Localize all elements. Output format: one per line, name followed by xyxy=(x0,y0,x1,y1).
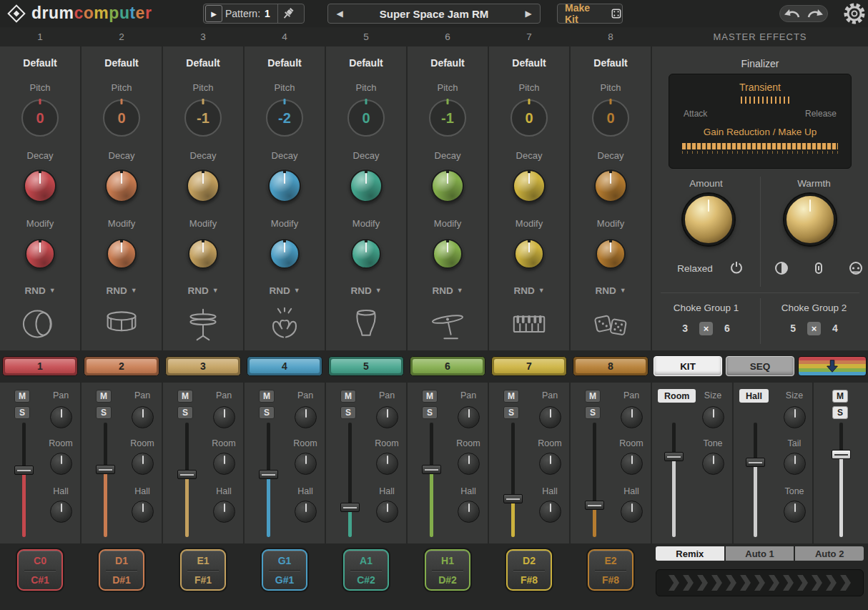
room-send-knob-6[interactable] xyxy=(539,453,561,475)
channel-6-randomize-button[interactable]: RND▼ xyxy=(489,285,569,296)
channel-1-decay-knob[interactable] xyxy=(105,169,138,202)
mute-button-7[interactable]: M xyxy=(585,390,601,403)
channel-6-pitch-control[interactable]: 0 xyxy=(511,99,548,137)
channel-6-decay-knob[interactable] xyxy=(513,169,546,202)
mute-button-2[interactable]: M xyxy=(177,390,193,403)
mute-button-6[interactable]: M xyxy=(503,390,519,403)
trigger-pad-3[interactable]: 4 xyxy=(247,356,322,376)
pan-knob-7[interactable] xyxy=(621,406,643,428)
pan-knob-0[interactable] xyxy=(50,406,72,428)
choke1-clear-button[interactable]: × xyxy=(699,322,713,335)
tube-mode-button[interactable] xyxy=(811,260,827,276)
hall-tone-knob[interactable] xyxy=(784,501,806,523)
hall-send-knob-0[interactable] xyxy=(50,501,72,523)
hall-send-knob-5[interactable] xyxy=(458,501,480,523)
channel-0-preset-name[interactable]: Default xyxy=(0,57,80,69)
pan-knob-4[interactable] xyxy=(376,406,398,428)
mute-button-1[interactable]: M xyxy=(96,390,112,403)
room-return-label[interactable]: Room xyxy=(658,389,696,403)
preset-prev-button[interactable]: ◀ xyxy=(328,9,351,19)
channel-3-decay-knob[interactable] xyxy=(268,169,301,202)
solo-button-7[interactable]: S xyxy=(585,406,601,419)
room-send-knob-1[interactable] xyxy=(132,453,154,475)
choke1-channel-b[interactable]: 6 xyxy=(724,323,730,334)
pan-knob-2[interactable] xyxy=(213,406,235,428)
channel-0-decay-knob[interactable] xyxy=(24,169,56,202)
channel-7-instrument-button[interactable] xyxy=(489,300,569,348)
channel-7-preset-name[interactable]: Default xyxy=(571,57,651,69)
channel-4-preset-name[interactable]: Default xyxy=(326,57,406,69)
mute-button-3[interactable]: M xyxy=(259,390,275,403)
channel-6-instrument-button[interactable] xyxy=(408,300,488,348)
channel-2-preset-name[interactable]: Default xyxy=(163,57,243,69)
room-tone-knob[interactable] xyxy=(702,453,724,475)
make-kit-button[interactable]: Make Kit xyxy=(557,4,623,24)
channel-6-preset-name[interactable]: Default xyxy=(489,57,569,69)
channel-5-modify-knob[interactable] xyxy=(433,239,463,269)
channel-1-modify-knob[interactable] xyxy=(107,239,137,269)
trigger-pad-7[interactable]: 8 xyxy=(573,356,648,376)
remix-pattern-bar[interactable] xyxy=(656,569,864,596)
room-send-knob-7[interactable] xyxy=(621,453,643,475)
room-send-knob-3[interactable] xyxy=(295,453,317,475)
pan-knob-1[interactable] xyxy=(132,406,154,428)
hall-send-knob-7[interactable] xyxy=(621,501,643,523)
volume-fader-handle-6[interactable] xyxy=(503,494,523,503)
room-send-knob-0[interactable] xyxy=(50,453,72,475)
pan-knob-3[interactable] xyxy=(295,406,317,428)
hall-send-knob-6[interactable] xyxy=(539,501,561,523)
warmth-knob[interactable] xyxy=(784,194,836,245)
choke2-channel-a[interactable]: 5 xyxy=(790,323,796,334)
note-pad-4[interactable]: A1 C#2 xyxy=(343,549,389,591)
trigger-pad-4[interactable]: 5 xyxy=(328,356,404,376)
solo-button-5[interactable]: S xyxy=(422,406,438,419)
remix-drop-button[interactable] xyxy=(798,356,867,376)
channel-7-decay-knob[interactable] xyxy=(594,169,627,202)
channel-1-preset-name[interactable]: Default xyxy=(82,57,162,69)
saturation-mode-button[interactable] xyxy=(774,260,789,276)
channel-4-instrument-button[interactable] xyxy=(245,300,325,348)
settings-button[interactable] xyxy=(843,2,866,25)
channel-5-preset-name[interactable]: Default xyxy=(408,57,488,69)
channel-5-randomize-button[interactable]: RND▼ xyxy=(408,285,488,296)
solo-button-1[interactable]: S xyxy=(96,406,112,419)
channel-1-randomize-button[interactable]: RND▼ xyxy=(82,285,162,296)
hall-size-knob[interactable] xyxy=(784,406,806,428)
seq-view-button[interactable]: SEQ xyxy=(726,356,794,376)
solo-button-3[interactable]: S xyxy=(259,406,275,419)
channel-3-modify-knob[interactable] xyxy=(270,239,300,269)
channel-3-preset-name[interactable]: Default xyxy=(245,57,325,69)
hall-tail-knob[interactable] xyxy=(784,453,806,475)
hall-return-fader-handle[interactable] xyxy=(746,458,765,467)
note-pad-5[interactable]: H1 D#2 xyxy=(425,549,470,591)
choke2-channel-b[interactable]: 4 xyxy=(832,323,838,334)
mute-button-5[interactable]: M xyxy=(422,390,438,403)
volume-fader-handle-1[interactable] xyxy=(96,465,115,474)
channel-2-pitch-control[interactable]: -1 xyxy=(184,99,222,137)
master-solo-button[interactable]: S xyxy=(832,406,848,419)
channel-2-instrument-button[interactable] xyxy=(82,300,162,348)
hall-return-label[interactable]: Hall xyxy=(739,389,769,403)
channel-4-modify-knob[interactable] xyxy=(351,239,381,269)
hall-send-knob-3[interactable] xyxy=(295,501,317,523)
volume-fader-handle-3[interactable] xyxy=(259,470,278,479)
channel-2-randomize-button[interactable]: RND▼ xyxy=(163,285,243,296)
preset-next-button[interactable]: ▶ xyxy=(517,9,540,19)
trigger-pad-6[interactable]: 7 xyxy=(491,356,567,376)
room-send-knob-5[interactable] xyxy=(458,453,480,475)
kit-view-button[interactable]: KIT xyxy=(654,356,722,376)
trigger-pad-0[interactable]: 1 xyxy=(2,356,78,376)
solo-button-2[interactable]: S xyxy=(177,406,193,419)
compressor-mode-label[interactable]: Relaxed xyxy=(663,263,727,274)
note-pad-0[interactable]: C0 C#1 xyxy=(17,549,63,591)
room-send-knob-4[interactable] xyxy=(376,453,398,475)
channel-3-randomize-button[interactable]: RND▼ xyxy=(245,285,325,296)
tab-remix[interactable]: Remix xyxy=(656,546,724,561)
channel-6-modify-knob[interactable] xyxy=(514,239,544,269)
preset-name[interactable]: Super Space Jam RM xyxy=(351,8,517,20)
channel-5-decay-knob[interactable] xyxy=(431,169,464,202)
hall-send-knob-1[interactable] xyxy=(132,501,154,523)
volume-fader-handle-5[interactable] xyxy=(422,465,441,474)
note-pad-1[interactable]: D1 D#1 xyxy=(99,549,144,591)
amount-knob[interactable] xyxy=(683,194,734,245)
